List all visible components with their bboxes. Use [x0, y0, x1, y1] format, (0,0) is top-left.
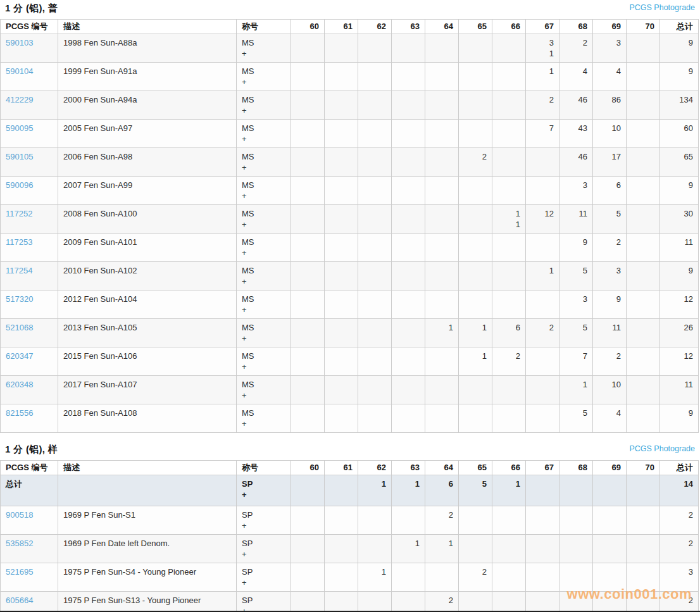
pcgs-number-link[interactable]: 821556 [6, 408, 33, 418]
grade-70-cell [627, 592, 660, 612]
pcgs-number-link[interactable]: 117254 [6, 266, 32, 275]
grade-63-cell [392, 205, 425, 234]
grade-60-cell [291, 563, 325, 592]
grade-63-cell: 1 [392, 475, 425, 506]
designation-cell: MS + [237, 262, 291, 290]
total-cell: 9 [660, 63, 699, 91]
pcgs-number-link[interactable]: 590103 [6, 38, 33, 47]
grade-68-cell [559, 506, 593, 535]
column-header-60: 60 [291, 461, 325, 475]
pcgs-number-link[interactable]: 117252 [6, 209, 32, 218]
grade-62-cell [358, 347, 392, 376]
pcgs-number-link[interactable]: 590105 [6, 152, 33, 161]
grade-70-cell [627, 120, 660, 148]
table-row: 6203472015 Fen Sun-A106MS +127212 [1, 347, 699, 376]
grade-69-cell: 10 [593, 376, 627, 404]
grade-69-cell [593, 535, 627, 563]
column-header-65: 65 [459, 461, 492, 475]
column-header-designation: 称号 [237, 461, 291, 475]
grade-68-cell: 46 [559, 148, 593, 177]
designation-cell: MS + [237, 120, 291, 148]
designation-cell: MS + [237, 148, 291, 177]
pcgs-number-cell: 117254 [1, 262, 58, 290]
designation-cell: MS + [237, 34, 291, 63]
grade-60-cell [291, 535, 325, 563]
pcgs-number-cell: 821556 [1, 404, 58, 433]
grade-70-cell [627, 91, 660, 120]
grade-64-cell [425, 148, 459, 177]
pcgs-number-link[interactable]: 590104 [6, 66, 33, 76]
table-row: 5173202012 Fen Sun-A104MS +3912 [1, 290, 699, 319]
pcgs-number-link[interactable]: 521068 [6, 323, 33, 332]
grade-64-cell: 2 [425, 592, 459, 612]
grade-68-cell [559, 535, 593, 563]
population-table-specimen: PCGS 编号描述称号6061626364656667686970总计 总计SP… [0, 460, 699, 612]
grade-62-cell [358, 205, 392, 234]
grade-65-cell: 1 [459, 319, 492, 347]
grade-65-cell [459, 506, 492, 535]
grade-64-cell [425, 404, 459, 433]
section-head: 1 分 (铝), 样 PCGS Photograde [0, 441, 700, 460]
grade-70-cell [627, 290, 660, 319]
photograde-link[interactable]: PCGS Photograde [629, 3, 695, 12]
grade-69-cell [593, 592, 627, 612]
grade-63-cell [392, 34, 425, 63]
grade-66-cell [492, 63, 526, 91]
grade-65-cell [459, 262, 492, 290]
table-row: 8215562018 Fen Sun-A108MS +549 [1, 404, 699, 433]
description-cell: 1998 Fen Sun-A88a [58, 34, 237, 63]
grade-61-cell [325, 475, 358, 506]
designation-cell: MS + [237, 376, 291, 404]
pcgs-number-link[interactable]: 620348 [6, 380, 33, 389]
column-header-总计: 总计 [660, 20, 699, 34]
total-cell: 9 [660, 262, 699, 290]
grade-63-cell [392, 347, 425, 376]
grade-68-cell [559, 475, 593, 506]
section-1-fen-aluminum-regular: 1 分 (铝), 普 PCGS Photograde PCGS 编号描述称号60… [0, 0, 700, 433]
grade-66-cell [492, 234, 526, 262]
grade-61-cell [325, 404, 358, 433]
total-cell: 9 [660, 177, 699, 205]
pcgs-number-link[interactable]: 535852 [6, 539, 33, 548]
table-row: 5901052006 Fen Sun-A98MS +2461765 [1, 148, 699, 177]
grade-63-cell [392, 177, 425, 205]
grade-69-cell: 2 [593, 347, 627, 376]
pcgs-number-link[interactable]: 517320 [6, 294, 33, 304]
total-cell: 2 [660, 506, 699, 535]
pcgs-number-link[interactable]: 900518 [6, 510, 33, 520]
grade-64-cell [425, 563, 459, 592]
pcgs-number-link[interactable]: 605664 [6, 596, 33, 605]
grade-67-cell [526, 347, 559, 376]
pcgs-number-link[interactable]: 590096 [6, 180, 33, 190]
grade-66-cell [492, 376, 526, 404]
grade-62-cell [358, 34, 392, 63]
grade-61-cell [325, 120, 358, 148]
grade-65-cell [459, 177, 492, 205]
total-cell: 2 [660, 535, 699, 563]
designation-cell: MS + [237, 91, 291, 120]
pcgs-number-link[interactable]: 521695 [6, 567, 33, 577]
grade-65-cell [459, 592, 492, 612]
description-cell [58, 475, 237, 506]
grade-65-cell [459, 63, 492, 91]
grade-70-cell [627, 148, 660, 177]
description-cell: 2015 Fen Sun-A106 [58, 347, 237, 376]
total-label-cell: 总计 [1, 475, 58, 506]
grade-62-cell [358, 592, 392, 612]
grade-66-cell [492, 506, 526, 535]
pcgs-number-link[interactable]: 620347 [6, 351, 33, 361]
grade-60-cell [291, 205, 325, 234]
pcgs-number-link[interactable]: 590095 [6, 123, 33, 133]
section-title: 1 分 (铝), 普 [5, 3, 58, 15]
photograde-link[interactable]: PCGS Photograde [629, 444, 695, 453]
grade-68-cell: 5 [559, 262, 593, 290]
grade-65-cell [459, 234, 492, 262]
pcgs-number-link[interactable]: 117253 [6, 237, 32, 247]
grade-65-cell: 1 [459, 347, 492, 376]
grade-67-cell: 3 1 [526, 34, 559, 63]
description-cell: 2000 Fen Sun-A94a [58, 91, 237, 120]
grade-68-cell: 5 [559, 319, 593, 347]
pcgs-number-link[interactable]: 412229 [6, 95, 33, 104]
grade-63-cell [392, 506, 425, 535]
grade-69-cell: 86 [593, 91, 627, 120]
